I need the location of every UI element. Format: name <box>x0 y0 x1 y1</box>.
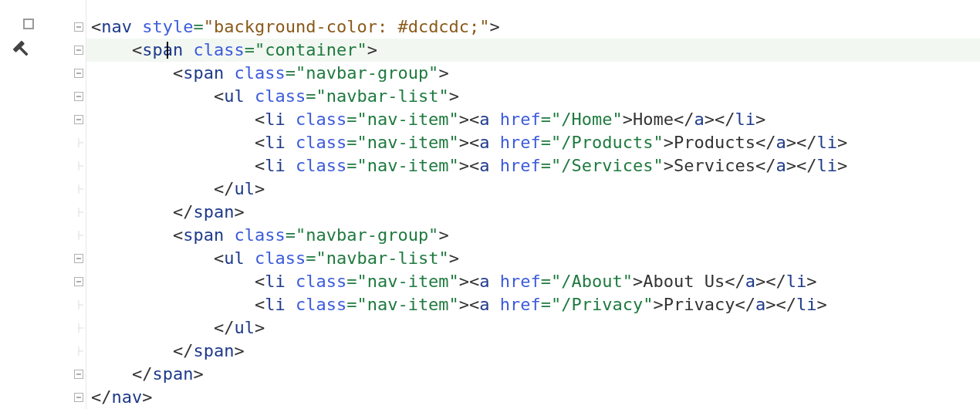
fold-toggle-icon[interactable] <box>74 346 83 356</box>
code-line[interactable]: </ul> <box>86 177 980 201</box>
code-line[interactable]: <li class="nav-item"><a href="/About">Ab… <box>86 270 980 293</box>
fold-gutter <box>43 0 86 409</box>
code-line[interactable]: </ul> <box>86 316 980 340</box>
code-line[interactable]: <li class="nav-item"><a href="/Products"… <box>86 131 980 154</box>
code-line[interactable]: </span> <box>86 201 980 224</box>
build-hammer-icon[interactable] <box>11 39 32 64</box>
fold-toggle-icon[interactable] <box>74 184 83 194</box>
code-line[interactable]: </nav> <box>86 386 980 409</box>
fold-toggle-icon[interactable] <box>74 92 83 101</box>
code-line[interactable]: <li class="nav-item"><a href="/Services"… <box>86 154 980 177</box>
fold-toggle-icon[interactable] <box>74 161 83 171</box>
fold-toggle-icon[interactable] <box>74 370 83 379</box>
fold-toggle-icon[interactable] <box>74 46 83 55</box>
fold-toggle-icon[interactable] <box>74 208 83 217</box>
fold-toggle-icon[interactable] <box>74 254 83 263</box>
code-line[interactable]: <ul class="navbar-list"> <box>86 85 980 108</box>
fold-toggle-icon[interactable] <box>74 231 83 240</box>
fold-toggle-icon[interactable] <box>74 22 83 32</box>
fold-toggle-icon[interactable] <box>74 69 83 78</box>
code-line[interactable]: <nav style="background-color: #dcdcdc;"> <box>86 15 980 39</box>
code-area[interactable]: <nav style="background-color: #dcdcdc;">… <box>86 0 980 409</box>
fold-toggle-icon[interactable] <box>74 277 83 286</box>
breakpoint-box-icon[interactable] <box>23 19 34 29</box>
code-editor: <nav style="background-color: #dcdcdc;">… <box>0 0 980 409</box>
code-line[interactable]: <span class="navbar-group"> <box>86 224 980 247</box>
code-line[interactable]: <span class="navbar-group"> <box>86 62 980 85</box>
fold-toggle-icon[interactable] <box>74 300 83 309</box>
fold-toggle-icon[interactable] <box>74 138 83 147</box>
fold-toggle-icon[interactable] <box>74 115 83 124</box>
code-line[interactable]: <span class="container"> <box>86 39 980 62</box>
code-line[interactable]: </span> <box>86 363 980 386</box>
code-line[interactable]: <ul class="navbar-list"> <box>86 247 980 270</box>
code-line[interactable]: </span> <box>86 340 980 363</box>
fold-toggle-icon[interactable] <box>74 393 83 402</box>
icons-gutter <box>0 0 43 409</box>
code-line[interactable]: <li class="nav-item"><a href="/Privacy">… <box>86 293 980 316</box>
code-line[interactable]: <li class="nav-item"><a href="/Home">Hom… <box>86 108 980 131</box>
fold-toggle-icon[interactable] <box>74 323 83 333</box>
